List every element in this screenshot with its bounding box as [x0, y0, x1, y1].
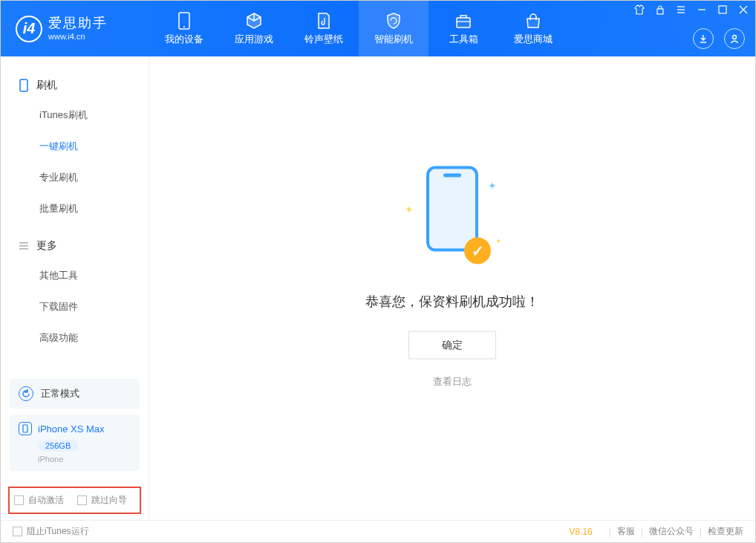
phone-icon: [175, 12, 193, 30]
ok-button[interactable]: 确定: [408, 331, 496, 360]
sidebar-item-pro-flash[interactable]: 专业刷机: [1, 162, 149, 193]
svg-point-1: [183, 26, 185, 27]
tab-label: 我的设备: [165, 33, 203, 46]
shield-refresh-icon: [385, 12, 403, 30]
sidebar-group-more: 更多: [1, 232, 149, 260]
app-header: i4 爱思助手 www.i4.cn 我的设备 应用游戏 铃声壁纸 智能刷机 工具…: [1, 1, 755, 56]
store-icon: [524, 12, 542, 30]
tab-smart-flash[interactable]: 智能刷机: [359, 1, 428, 56]
logo-icon: i4: [16, 16, 42, 42]
tab-apps-games[interactable]: 应用游戏: [219, 1, 289, 56]
footer-right: V8.16 | 客服 | 微信公众号 | 检查更新: [569, 525, 743, 538]
svg-rect-13: [20, 79, 27, 91]
tab-label: 智能刷机: [374, 33, 413, 46]
nav-tabs: 我的设备 应用游戏 铃声壁纸 智能刷机 工具箱 爱思商城: [149, 1, 568, 56]
header-action-icons: [693, 28, 745, 49]
footer-link-wechat[interactable]: 微信公众号: [649, 525, 694, 538]
tab-label: 应用游戏: [235, 33, 273, 46]
success-message: 恭喜您，保资料刷机成功啦！: [365, 293, 539, 310]
cube-icon: [245, 12, 263, 30]
svg-rect-4: [657, 9, 663, 14]
svg-rect-9: [719, 6, 726, 13]
checkbox-auto-activate[interactable]: 自动激活: [14, 494, 64, 507]
tab-store[interactable]: 爱思商城: [498, 1, 568, 56]
tab-label: 工具箱: [449, 33, 478, 46]
footer-link-update[interactable]: 检查更新: [708, 525, 743, 538]
mode-label: 正常模式: [41, 387, 79, 400]
group-title: 刷机: [36, 79, 57, 92]
device-name-row: iPhone XS Max: [19, 422, 131, 435]
checkbox-label: 自动激活: [28, 494, 64, 507]
sidebar-item-itunes-flash[interactable]: iTunes刷机: [1, 100, 149, 131]
window-controls: [633, 4, 749, 16]
svg-rect-17: [23, 425, 27, 432]
checkbox-label: 阻止iTunes运行: [27, 525, 89, 538]
checkbox-skip-guide[interactable]: 跳过向导: [77, 494, 127, 507]
checkbox-icon: [77, 495, 87, 505]
sidebar-item-download-firmware[interactable]: 下载固件: [1, 291, 149, 322]
tab-label: 爱思商城: [514, 33, 553, 46]
device-panel: 正常模式 iPhone XS Max 256GB iPhone: [10, 379, 140, 471]
checkbox-icon: [13, 527, 22, 536]
highlighted-checkbox-row: 自动激活 跳过向导: [8, 487, 141, 514]
refresh-icon: [19, 386, 33, 401]
svg-rect-2: [457, 18, 470, 27]
checkbox-icon: [14, 495, 24, 505]
download-icon[interactable]: [693, 28, 714, 49]
device-type: iPhone: [38, 455, 131, 464]
maximize-button[interactable]: [717, 4, 729, 16]
device-phone-icon: [19, 422, 32, 435]
sidebar-item-batch-flash[interactable]: 批量刷机: [1, 193, 149, 224]
checkmark-badge-icon: ✓: [464, 238, 491, 264]
tab-label: 铃声壁纸: [304, 33, 343, 46]
toolbox-icon: [454, 12, 472, 30]
success-panel: ✓ ✦ ✦ ✦ 恭喜您，保资料刷机成功啦！ 确定 查看日志: [365, 166, 539, 388]
sparkle-icon: ✦: [405, 204, 414, 215]
version-label: V8.16: [569, 527, 592, 537]
user-icon[interactable]: [724, 28, 745, 49]
music-file-icon: [315, 12, 333, 30]
phone-small-icon: [19, 79, 29, 92]
minimize-button[interactable]: [696, 4, 708, 16]
checkbox-label: 跳过向导: [91, 494, 127, 507]
group-title: 更多: [36, 239, 57, 253]
sidebar-item-other-tools[interactable]: 其他工具: [1, 260, 149, 291]
main-body: 刷机 iTunes刷机 一键刷机 专业刷机 批量刷机 更多 其他工具 下载固件 …: [1, 56, 755, 520]
logo-area: i4 爱思助手 www.i4.cn: [1, 16, 149, 42]
sparkle-icon: ✦: [495, 237, 501, 245]
footer: 阻止iTunes运行 V8.16 | 客服 | 微信公众号 | 检查更新: [1, 520, 755, 542]
sidebar: 刷机 iTunes刷机 一键刷机 专业刷机 批量刷机 更多 其他工具 下载固件 …: [1, 56, 149, 520]
device-name: iPhone XS Max: [38, 423, 105, 435]
storage-badge: 256GB: [38, 440, 78, 452]
close-button[interactable]: [737, 4, 749, 16]
logo-text: 爱思助手 www.i4.cn: [48, 16, 108, 42]
mode-box[interactable]: 正常模式: [10, 379, 140, 409]
view-log-link[interactable]: 查看日志: [433, 376, 472, 387]
app-url: www.i4.cn: [48, 32, 108, 42]
tab-ringtone-wallpaper[interactable]: 铃声壁纸: [289, 1, 359, 56]
tab-my-device[interactable]: 我的设备: [149, 1, 219, 56]
device-box[interactable]: iPhone XS Max 256GB iPhone: [10, 414, 140, 471]
shirt-icon[interactable]: [633, 4, 645, 16]
lock-icon[interactable]: [654, 4, 666, 16]
sidebar-item-oneclick-flash[interactable]: 一键刷机: [1, 131, 149, 162]
svg-point-12: [733, 36, 737, 39]
menu-icon[interactable]: [675, 4, 687, 16]
phone-illustration: ✓ ✦ ✦ ✦: [408, 166, 497, 270]
sidebar-item-advanced[interactable]: 高级功能: [1, 322, 149, 354]
list-icon: [19, 241, 29, 251]
footer-link-support[interactable]: 客服: [617, 525, 635, 538]
content-area: ✓ ✦ ✦ ✦ 恭喜您，保资料刷机成功啦！ 确定 查看日志: [149, 56, 755, 520]
phone-notch: [443, 174, 461, 178]
tab-toolbox[interactable]: 工具箱: [428, 1, 498, 56]
sidebar-group-flash: 刷机: [1, 71, 149, 100]
app-title: 爱思助手: [48, 16, 108, 32]
checkbox-block-itunes[interactable]: 阻止iTunes运行: [13, 525, 89, 538]
sparkle-icon: ✦: [488, 180, 497, 192]
